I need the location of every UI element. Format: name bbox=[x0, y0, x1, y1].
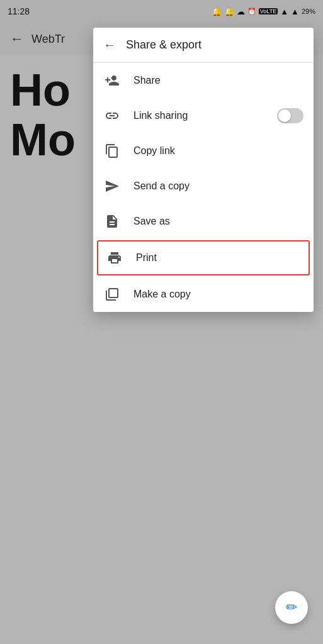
save-as-label: Save as bbox=[133, 216, 303, 227]
menu-item-make-copy[interactable]: Make a copy bbox=[93, 277, 314, 312]
share-export-menu: ← Share & export Share Link sharing Co bbox=[93, 28, 314, 312]
copy-link-label: Copy link bbox=[133, 145, 303, 157]
signal-icon: ▲ bbox=[291, 7, 299, 16]
share-label: Share bbox=[133, 75, 303, 86]
menu-item-copy-link[interactable]: Copy link bbox=[93, 133, 314, 169]
alarm-icon: 🔔 bbox=[212, 7, 222, 16]
make-copy-label: Make a copy bbox=[133, 289, 303, 300]
share-person-icon bbox=[103, 72, 121, 89]
content-line2: Mo bbox=[10, 115, 76, 165]
link-sharing-label: Link sharing bbox=[133, 110, 264, 121]
copy-link-icon bbox=[103, 142, 121, 160]
clock-icon: ⏰ bbox=[247, 8, 256, 16]
app-bar-title: WebTr bbox=[31, 33, 65, 46]
print-icon bbox=[106, 249, 123, 267]
link-icon bbox=[103, 107, 121, 125]
app-bar-back-button[interactable]: ← bbox=[10, 31, 24, 47]
status-icons: 🔔 🔔 ☁ ⏰ VoLTE ▲ ▲ 29% bbox=[212, 7, 315, 16]
fab-edit-button[interactable]: ✏ bbox=[275, 591, 308, 624]
toggle-knob bbox=[278, 109, 291, 122]
menu-item-print[interactable]: Print bbox=[97, 240, 310, 275]
menu-header: ← Share & export bbox=[93, 28, 314, 63]
link-sharing-toggle[interactable] bbox=[277, 108, 303, 123]
notification-icon: 🔔 bbox=[224, 7, 234, 16]
make-copy-icon bbox=[103, 286, 121, 303]
send-icon bbox=[103, 177, 121, 195]
battery-percent: 29% bbox=[302, 8, 315, 15]
status-bar: 11:28 🔔 🔔 ☁ ⏰ VoLTE ▲ ▲ 29% bbox=[0, 0, 323, 23]
content-line1: Ho bbox=[10, 65, 71, 115]
menu-back-button[interactable]: ← bbox=[103, 38, 116, 52]
battery-icon: 29% bbox=[302, 8, 315, 15]
status-time: 11:28 bbox=[8, 6, 30, 16]
menu-item-send-copy[interactable]: Send a copy bbox=[93, 169, 314, 204]
menu-item-link-sharing[interactable]: Link sharing bbox=[93, 98, 314, 133]
wifi-icon: ▲ bbox=[280, 7, 288, 16]
send-copy-label: Send a copy bbox=[133, 180, 303, 192]
menu-item-share[interactable]: Share bbox=[93, 63, 314, 98]
print-label: Print bbox=[136, 252, 301, 264]
menu-title: Share & export bbox=[126, 38, 201, 52]
save-icon bbox=[103, 213, 121, 230]
cloud-icon: ☁ bbox=[237, 7, 245, 16]
menu-item-save-as[interactable]: Save as bbox=[93, 204, 314, 239]
volte-badge: VoLTE bbox=[259, 8, 278, 14]
edit-icon: ✏ bbox=[286, 599, 297, 616]
